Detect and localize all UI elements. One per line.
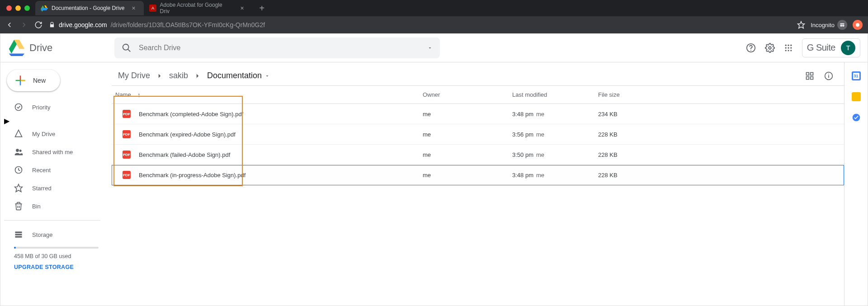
plus-icon xyxy=(14,74,27,87)
close-tab-icon[interactable]: × xyxy=(240,5,244,12)
minimize-window-icon[interactable] xyxy=(15,5,21,11)
layout-toggle-icon[interactable] xyxy=(805,71,814,80)
incognito-indicator: Incognito xyxy=(811,20,847,30)
help-icon[interactable] xyxy=(746,43,756,53)
svg-point-17 xyxy=(790,47,792,48)
svg-point-19 xyxy=(788,50,789,51)
new-button[interactable]: New xyxy=(7,70,60,91)
info-icon[interactable] xyxy=(824,71,833,80)
forward-button[interactable] xyxy=(20,21,28,29)
sort-ascending-icon: ↑ xyxy=(137,91,141,99)
main-content: My Drive sakib Documentation Name ↑ xyxy=(107,62,844,306)
chevron-right-icon xyxy=(156,72,164,80)
settings-gear-icon[interactable] xyxy=(765,43,775,53)
browser-chrome: Documentation - Google Drive × A Adobe A… xyxy=(0,0,868,33)
mydrive-icon xyxy=(14,129,23,138)
svg-point-12 xyxy=(785,44,786,46)
sidebar-item-shared[interactable]: Shared with me xyxy=(4,143,107,160)
svg-point-10 xyxy=(750,50,751,51)
svg-rect-8 xyxy=(840,24,844,24)
sidebar-item-bin[interactable]: Bin xyxy=(4,198,107,215)
svg-rect-28 xyxy=(15,234,22,235)
close-window-icon[interactable] xyxy=(6,5,12,11)
new-tab-button[interactable]: + xyxy=(252,3,272,14)
breadcrumb-item-current[interactable]: Documentation xyxy=(204,69,273,82)
file-name: Benchmark (expired-Adobe Sign).pdf xyxy=(139,131,236,138)
column-header-name[interactable]: Name ↑ xyxy=(115,91,423,99)
account-avatar[interactable]: T xyxy=(841,41,855,55)
svg-point-18 xyxy=(785,50,786,51)
drive-logo[interactable]: Drive xyxy=(8,40,107,56)
apps-grid-icon[interactable] xyxy=(784,43,793,52)
bookmark-star-icon[interactable] xyxy=(797,21,805,29)
search-icon xyxy=(122,43,132,53)
storage-usage-block: 458 MB of 30 GB used UPGRADE STORAGE xyxy=(4,247,107,270)
table-row[interactable]: PDFBenchmark (completed-Adobe Sign).pdfm… xyxy=(112,104,844,124)
sidebar-item-mydrive[interactable]: My Drive xyxy=(4,125,107,142)
column-header-modified[interactable]: Last modified xyxy=(512,91,598,98)
file-modified: 3:48 pmme xyxy=(512,172,598,179)
close-tab-icon[interactable]: × xyxy=(132,5,135,12)
table-row[interactable]: PDFBenchmark (in-progress-Adobe Sign).pd… xyxy=(112,165,844,185)
sidebar-item-storage[interactable]: Storage xyxy=(4,226,107,243)
search-options-icon[interactable] xyxy=(427,45,433,51)
browser-tab-active[interactable]: Documentation - Google Drive × xyxy=(35,1,144,15)
profile-button[interactable] xyxy=(853,20,863,30)
sidebar-item-starred[interactable]: Starred xyxy=(4,179,107,197)
sidebar-item-label: My Drive xyxy=(32,131,55,137)
file-modified: 3:50 pmme xyxy=(512,151,598,158)
svg-point-24 xyxy=(19,150,22,152)
pdf-file-icon: PDF xyxy=(123,151,131,159)
side-panel: 31 xyxy=(844,62,868,306)
sidebar-item-recent[interactable]: Recent xyxy=(4,161,107,179)
reload-button[interactable] xyxy=(34,21,42,29)
table-row[interactable]: PDFBenchmark (failed-Adobe Sign).pdfme3:… xyxy=(112,145,844,165)
table-row[interactable]: PDFBenchmark (expired-Adobe Sign).pdfme3… xyxy=(112,124,844,145)
search-bar[interactable] xyxy=(114,38,440,58)
file-name: Benchmark (in-progress-Adobe Sign).pdf xyxy=(139,172,245,179)
priority-icon xyxy=(14,103,23,112)
url-host: drive.google.com xyxy=(59,21,107,28)
svg-rect-33 xyxy=(811,76,813,79)
tab-strip: Documentation - Google Drive × A Adobe A… xyxy=(0,0,868,16)
sidebar-item-label: Shared with me xyxy=(32,149,73,155)
svg-rect-27 xyxy=(15,231,22,233)
browser-tab-inactive[interactable]: A Adobe Acrobat for Google Driv × xyxy=(144,1,252,15)
column-header-owner[interactable]: Owner xyxy=(423,91,512,98)
drive-favicon-icon xyxy=(41,5,48,12)
file-owner: me xyxy=(423,151,512,158)
acrobat-favicon-icon: A xyxy=(149,5,156,12)
breadcrumb: My Drive sakib Documentation xyxy=(112,62,844,86)
file-size: 228 KB xyxy=(598,172,830,179)
gsuite-badge[interactable]: G Suite T xyxy=(802,38,860,57)
sidebar-item-label: Storage xyxy=(32,231,53,238)
column-header-size[interactable]: File size xyxy=(598,91,830,98)
incognito-label: Incognito xyxy=(811,22,835,28)
tasks-app-icon[interactable] xyxy=(852,113,861,122)
pdf-file-icon: PDF xyxy=(123,171,131,179)
tab-title: Documentation - Google Drive xyxy=(52,5,124,11)
file-size: 228 KB xyxy=(598,151,830,158)
svg-point-21 xyxy=(15,104,22,111)
breadcrumb-item[interactable]: My Drive xyxy=(115,69,153,82)
product-name: Drive xyxy=(29,42,52,54)
keep-app-icon[interactable] xyxy=(852,92,861,101)
expand-chevron-icon[interactable]: ▶ xyxy=(4,117,9,125)
url-display[interactable]: drive.google.com/drive/folders/1D3fLOA5t… xyxy=(49,21,791,28)
svg-text:A: A xyxy=(151,6,154,10)
storage-progress-bar xyxy=(14,247,99,249)
svg-rect-32 xyxy=(807,76,809,79)
maximize-window-icon[interactable] xyxy=(24,5,30,11)
upgrade-storage-link[interactable]: UPGRADE STORAGE xyxy=(14,264,99,270)
calendar-app-icon[interactable]: 31 xyxy=(852,71,861,80)
breadcrumb-item[interactable]: sakib xyxy=(166,69,191,82)
svg-point-16 xyxy=(788,47,789,48)
sidebar-item-priority[interactable]: Priority xyxy=(4,99,107,116)
svg-marker-5 xyxy=(798,22,805,28)
search-input[interactable] xyxy=(139,44,420,52)
gsuite-label: G Suite xyxy=(807,42,835,53)
file-size: 228 KB xyxy=(598,131,830,138)
back-button[interactable] xyxy=(5,21,14,29)
sidebar-item-label: Bin xyxy=(32,203,41,210)
file-owner: me xyxy=(423,172,512,179)
